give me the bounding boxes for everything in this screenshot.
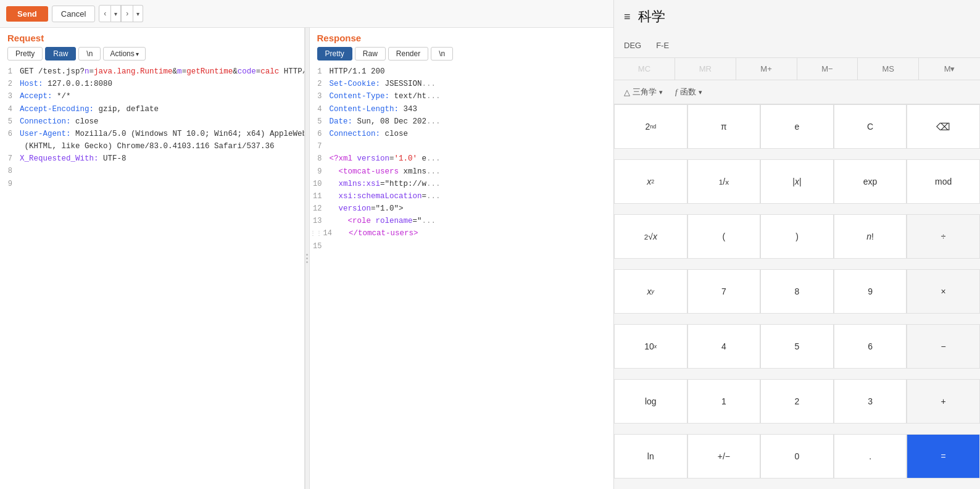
calc-6-button[interactable]: 6	[834, 324, 907, 369]
calc-3-button[interactable]: 3	[834, 379, 907, 424]
calc-title: 科学	[638, 7, 665, 26]
mplus-button[interactable]: M+	[736, 58, 797, 80]
tab-response-newline[interactable]: \n	[431, 47, 453, 61]
calc-pi-button[interactable]: π	[687, 104, 761, 149]
calc-2nd-button[interactable]: 2nd	[614, 104, 687, 149]
tab-request-raw[interactable]: Raw	[45, 47, 76, 61]
calc-xpowy-button[interactable]: xy	[614, 269, 687, 314]
toolbar: Send Cancel ‹ ▾ › ▾	[0, 0, 613, 28]
calc-recip-button[interactable]: 1/x	[687, 159, 761, 204]
calc-add-button[interactable]: +	[907, 379, 980, 424]
tab-response-raw[interactable]: Raw	[355, 47, 386, 61]
response-line-15: 15	[310, 240, 614, 253]
func-italic-icon: f	[675, 87, 678, 97]
forward-dropdown-button[interactable]: ▾	[133, 5, 143, 22]
hamburger-icon[interactable]: ≡	[624, 10, 631, 23]
calc-mode-controls: DEG F-E	[614, 33, 980, 57]
request-line-4: 4 Accept-Encoding: gzip, deflate	[0, 103, 304, 115]
request-line-6: 6 User-Agent: Mozilla/5.0 (Windows NT 10…	[0, 128, 304, 140]
calc-equals-button[interactable]: =	[907, 434, 980, 479]
request-line-6b: (KHTML, like Gecko) Chrome/83.0.4103.116…	[0, 140, 304, 153]
mr-button[interactable]: MR	[675, 58, 736, 80]
trig-chevron-icon: ▾	[659, 88, 663, 96]
calc-factorial-button[interactable]: n!	[834, 214, 907, 259]
request-line-3: 3 Accept: */*	[0, 90, 304, 102]
response-title: Response	[317, 33, 607, 43]
trig-button[interactable]: △ 三角学 ▾	[624, 86, 663, 98]
calc-abs-button[interactable]: |x|	[760, 159, 834, 204]
calc-decimal-button[interactable]: .	[834, 434, 907, 479]
panel-drag-handle[interactable]	[305, 28, 310, 489]
calc-1-button[interactable]: 1	[687, 379, 761, 424]
tab-response-render[interactable]: Render	[388, 47, 428, 61]
calc-8-button[interactable]: 8	[760, 269, 834, 314]
calc-9-button[interactable]: 9	[834, 269, 907, 314]
calc-mod-button[interactable]: mod	[907, 159, 980, 204]
response-line-4: 4 Content-Length: 343	[310, 103, 614, 115]
func-chevron-icon: ▾	[699, 88, 702, 96]
actions-chevron-icon: ▾	[136, 51, 139, 57]
calc-backspace-button[interactable]: ⌫	[907, 104, 980, 149]
calc-xsquared-button[interactable]: x2	[614, 159, 687, 204]
request-code-area[interactable]: 1 GET /test.jsp?n=java.lang.Runtime&m=ge…	[0, 63, 304, 489]
calc-divide-button[interactable]: ÷	[907, 214, 980, 259]
request-line-9: 9	[0, 178, 304, 190]
mstore-button[interactable]: M▾	[919, 58, 980, 80]
tab-request-newline[interactable]: \n	[78, 47, 101, 61]
calc-7-button[interactable]: 7	[687, 269, 761, 314]
response-header: Response Pretty Raw Render \n	[310, 28, 614, 63]
send-button[interactable]: Send	[6, 6, 48, 22]
calc-0-button[interactable]: 0	[760, 434, 834, 479]
fe-button[interactable]: F-E	[656, 38, 669, 52]
trig-label: 三角学	[633, 86, 657, 98]
back-dropdown-button[interactable]: ▾	[111, 5, 121, 22]
calc-log-button[interactable]: log	[614, 379, 687, 424]
calc-negate-button[interactable]: +/−	[687, 434, 761, 479]
response-tab-bar: Pretty Raw Render \n	[317, 47, 607, 61]
response-line-6: 6 Connection: close	[310, 128, 614, 140]
actions-dropdown[interactable]: Actions ▾	[103, 47, 145, 61]
mc-button[interactable]: MC	[614, 58, 675, 80]
panels: Request Pretty Raw \n Actions ▾ 1 GET /t…	[0, 28, 613, 489]
calc-sqrt-button[interactable]: 2√x	[614, 214, 687, 259]
calc-e-button[interactable]: e	[760, 104, 834, 149]
response-line-1: 1 HTTP/1.1 200	[310, 65, 614, 78]
calc-5-button[interactable]: 5	[760, 324, 834, 369]
func-button[interactable]: f 函数 ▾	[675, 86, 702, 98]
request-line-8: 8	[0, 165, 304, 177]
request-line-2: 2 Host: 127.0.0.1:8080	[0, 78, 304, 90]
calc-ln-button[interactable]: ln	[614, 434, 687, 479]
request-line-5: 5 Connection: close	[0, 115, 304, 128]
calc-mode-buttons: DEG F-E	[624, 38, 669, 52]
response-line-14: ⋮⋮ 14 </tomcat-users>	[310, 227, 614, 240]
calc-rparen-button[interactable]: )	[760, 214, 834, 259]
calc-memory-row: MC MR M+ M− MS M▾	[614, 57, 980, 80]
calc-10x-button[interactable]: 10x	[614, 324, 687, 369]
nav-button-group: ‹ ▾ › ▾	[99, 5, 143, 22]
response-line-5: 5 Date: Sun, 08 Dec 202...	[310, 115, 614, 128]
request-header: Request Pretty Raw \n Actions ▾	[0, 28, 304, 63]
tab-response-pretty[interactable]: Pretty	[317, 47, 352, 61]
back-button[interactable]: ‹	[99, 5, 111, 22]
mminus-button[interactable]: M−	[797, 58, 858, 80]
ms-button[interactable]: MS	[858, 58, 919, 80]
request-title: Request	[7, 33, 297, 43]
forward-button[interactable]: ›	[121, 5, 133, 22]
calc-lparen-button[interactable]: (	[687, 214, 761, 259]
tab-request-pretty[interactable]: Pretty	[7, 47, 43, 61]
calc-clear-button[interactable]: C	[834, 104, 907, 149]
calc-exp-button[interactable]: exp	[834, 159, 907, 204]
request-line-1: 1 GET /test.jsp?n=java.lang.Runtime&m=ge…	[0, 65, 304, 78]
http-panel: Send Cancel ‹ ▾ › ▾ Request Pretty Raw \…	[0, 0, 614, 489]
calc-multiply-button[interactable]: ×	[907, 269, 980, 314]
deg-button[interactable]: DEG	[624, 38, 641, 52]
response-line-11: 11 xsi:schemaLocation=...	[310, 190, 614, 203]
calc-subtract-button[interactable]: −	[907, 324, 980, 369]
cancel-button[interactable]: Cancel	[52, 6, 95, 22]
response-line-7: 7	[310, 140, 614, 153]
calc-header: ≡ 科学	[614, 0, 980, 33]
calc-2-button[interactable]: 2	[760, 379, 834, 424]
triangle-icon: △	[624, 88, 630, 97]
response-code-area[interactable]: 1 HTTP/1.1 200 2 Set-Cookie: JSESSION...…	[310, 63, 614, 489]
calc-4-button[interactable]: 4	[687, 324, 761, 369]
